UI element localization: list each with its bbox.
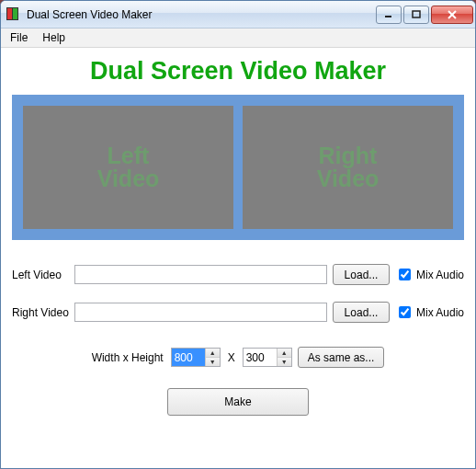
left-load-button[interactable]: Load...	[333, 264, 390, 285]
make-button[interactable]: Make	[167, 388, 309, 416]
svg-rect-1	[413, 11, 420, 17]
form-section: Left Video Load... Mix Audio Right Video…	[12, 264, 464, 339]
as-same-as-button[interactable]: As same as...	[298, 347, 385, 368]
menu-file[interactable]: File	[3, 29, 35, 46]
height-up-icon[interactable]: ▲	[278, 349, 291, 358]
left-video-label: Left Video	[12, 269, 69, 281]
height-spinner[interactable]: ▲ ▼	[243, 348, 292, 367]
width-input[interactable]	[172, 349, 205, 366]
close-button[interactable]	[431, 6, 473, 24]
right-mix-label: Mix Audio	[416, 306, 464, 319]
dimensions-row: Width x Height ▲ ▼ X ▲ ▼ As same as...	[12, 347, 464, 368]
dimensions-label: Width x Height	[92, 351, 164, 364]
right-load-button[interactable]: Load...	[333, 302, 390, 323]
menu-help[interactable]: Help	[35, 29, 73, 46]
right-video-placeholder: Right Video	[317, 144, 380, 190]
width-spin-arrows: ▲ ▼	[205, 349, 220, 366]
page-title: Dual Screen Video Maker	[12, 57, 464, 86]
left-mix-checkbox[interactable]	[399, 269, 411, 280]
dimensions-separator: X	[226, 351, 237, 364]
width-up-icon[interactable]: ▲	[206, 349, 220, 358]
left-video-input[interactable]	[74, 265, 327, 284]
minimize-button[interactable]	[376, 6, 402, 24]
titlebar[interactable]: Dual Screen Video Maker	[1, 1, 475, 29]
right-video-label: Right Video	[12, 306, 69, 319]
height-spin-arrows: ▲ ▼	[277, 349, 291, 366]
maximize-button[interactable]	[403, 6, 429, 24]
right-mix-checkbox[interactable]	[399, 306, 411, 318]
right-video-input[interactable]	[74, 303, 327, 322]
width-spinner[interactable]: ▲ ▼	[171, 348, 221, 367]
left-mix-label: Mix Audio	[416, 269, 464, 281]
height-input[interactable]	[244, 349, 277, 366]
minimize-icon	[384, 10, 393, 19]
preview-area: Left Video Right Video	[12, 95, 464, 240]
window-title: Dual Screen Video Maker	[27, 8, 376, 21]
right-mix-audio[interactable]: Mix Audio	[395, 303, 464, 321]
left-mix-audio[interactable]: Mix Audio	[395, 266, 464, 283]
left-video-row: Left Video Load... Mix Audio	[12, 264, 464, 285]
right-video-preview[interactable]: Right Video	[243, 106, 453, 229]
height-down-icon[interactable]: ▼	[278, 358, 291, 366]
right-video-row: Right Video Load... Mix Audio	[12, 302, 464, 323]
left-video-placeholder: Left Video	[97, 144, 160, 190]
menubar: File Help	[1, 29, 475, 48]
window-controls	[376, 6, 473, 24]
width-down-icon[interactable]: ▼	[206, 358, 220, 366]
maximize-icon	[412, 10, 421, 19]
left-video-preview[interactable]: Left Video	[23, 106, 233, 229]
app-window: Dual Screen Video Maker File Help Dual S…	[0, 0, 476, 469]
client-area: Dual Screen Video Maker Left Video Right…	[1, 48, 475, 468]
close-icon	[447, 10, 458, 19]
app-icon	[6, 7, 21, 22]
make-row: Make	[12, 388, 464, 416]
